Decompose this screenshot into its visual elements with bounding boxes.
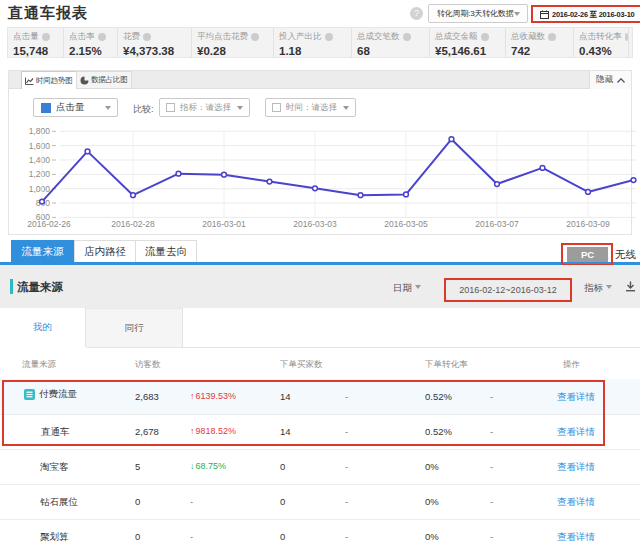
pie-chart-icon: [80, 76, 89, 85]
chart-toolbar: 时间趋势图 数据占比图 隐藏: [9, 71, 631, 89]
section-title: 流量来源: [17, 280, 63, 295]
kpi-label-row: 点击率: [69, 31, 117, 43]
kpi-value: ¥4,373.38: [123, 45, 191, 57]
view-details-link[interactable]: 查看详情: [557, 496, 595, 509]
series-color-swatch: [41, 103, 51, 113]
trend-chart: 1,8001,6001,4001,2001,0008006002016-02-2…: [0, 120, 640, 235]
kpi-label: 花费: [123, 31, 140, 43]
tab-label: 店内路径: [84, 245, 126, 259]
info-icon[interactable]: [143, 33, 151, 41]
kpi-value: ¥0.28: [197, 45, 273, 57]
annotation-box-rows: [2, 380, 605, 446]
kpi-total-favorites: 总收藏数 742: [506, 28, 574, 57]
visitors-value: 0: [135, 531, 140, 542]
chevron-down-icon: [237, 106, 243, 110]
metric-dropdown-value: 点击量: [56, 101, 85, 114]
info-icon[interactable]: [251, 33, 259, 41]
kpi-label-row: 点击量: [13, 31, 63, 43]
kpi-label-row: 点击转化率: [579, 31, 628, 43]
buyers-change: -: [345, 496, 348, 507]
info-icon[interactable]: [42, 33, 50, 41]
conversion-period-dropdown[interactable]: 转化周期:3天转化数据: [428, 4, 528, 23]
kpi-label: 总成交金额: [435, 31, 478, 43]
tab-mine[interactable]: 我的: [0, 308, 86, 347]
info-icon[interactable]: [98, 33, 106, 41]
conversion-change: -: [490, 531, 493, 542]
page: 直通车报表 ? 转化周期:3天转化数据 2016-02-26 至 2016-03…: [0, 0, 640, 548]
chevron-down-icon: [606, 285, 612, 289]
kpi-value: 2.15%: [69, 45, 117, 57]
trend-chart-panel: 时间趋势图 数据占比图 隐藏 点击量 比较: 指标：请选择: [8, 70, 632, 235]
hide-chart-label: 隐藏: [596, 74, 613, 86]
svg-text:2016-03-07: 2016-03-07: [475, 219, 519, 229]
view-details-link[interactable]: 查看详情: [557, 531, 595, 544]
svg-text:1,800: 1,800: [29, 126, 51, 136]
col-header-conversion: 下单转化率: [425, 359, 468, 371]
info-icon[interactable]: [625, 33, 629, 41]
tab-data-ratio-label: 数据占比图: [91, 75, 128, 85]
chevron-up-icon: [617, 78, 625, 83]
kpi-value: ¥5,146.61: [435, 45, 505, 57]
kpi-value: 0.43%: [579, 45, 628, 57]
device-toggle-wireless[interactable]: 无线: [615, 248, 636, 262]
kpi-value: 68: [357, 45, 429, 57]
indicator-filter[interactable]: 指标: [584, 282, 612, 295]
kpi-value: 742: [511, 45, 573, 57]
svg-text:2016-02-28: 2016-02-28: [111, 219, 155, 229]
conversion-change: -: [490, 496, 493, 507]
download-icon[interactable]: [625, 281, 636, 292]
conversion-value: 0%: [425, 496, 439, 507]
metric-dropdown[interactable]: 点击量: [33, 98, 118, 117]
visitors-value: 0: [135, 496, 140, 507]
col-header-source: 流量来源: [22, 359, 56, 371]
col-header-action: 操作: [563, 359, 580, 371]
tab-peers[interactable]: 同行: [86, 308, 183, 347]
kpi-label: 点击量: [13, 31, 39, 43]
kpi-label-row: 总成交金额: [435, 31, 505, 43]
info-icon[interactable]: [325, 33, 333, 41]
visitors-change: ↓68.75%: [190, 461, 226, 471]
kpi-label-row: 总成交笔数: [357, 31, 429, 43]
indicator-dropdown[interactable]: 指标：请选择: [159, 98, 250, 117]
kpi-total-orders: 总成交笔数 68: [352, 28, 430, 57]
page-title: 直通车报表: [8, 4, 88, 23]
tab-traffic-destination[interactable]: 流量去向: [135, 240, 197, 263]
kpi-cost: 花费 ¥4,373.38: [118, 28, 192, 57]
kpi-strip: 点击量 15,748 点击率 2.15% 花费 ¥4,373.38 平均点击花费…: [7, 27, 633, 58]
svg-text:2016-03-05: 2016-03-05: [384, 219, 428, 229]
chevron-down-icon: [514, 12, 520, 16]
report-date-range-annotated[interactable]: 2016-02-26 至 2016-03-10: [531, 5, 640, 23]
kpi-clipped: ¥: [629, 28, 633, 57]
view-details-link[interactable]: 查看详情: [557, 461, 595, 474]
tab-label: 流量去向: [145, 245, 187, 259]
annotation-box-pc: [561, 243, 613, 266]
section-date-range: 2016-02-12~2016-03-12: [459, 285, 556, 295]
visitors-value: 5: [135, 461, 140, 472]
col-header-visitors: 访客数: [135, 359, 161, 371]
section-accent-bar: [10, 279, 13, 294]
indicator-checkbox[interactable]: [166, 103, 175, 112]
time-checkbox[interactable]: [272, 103, 281, 112]
col-header-buyers: 下单买家数: [280, 359, 323, 371]
date-filter[interactable]: 日期: [393, 282, 421, 295]
kpi-avg-click-cost: 平均点击花费 ¥0.28: [192, 28, 274, 57]
tab-instore-path[interactable]: 店内路径: [74, 240, 136, 263]
kpi-label-row: 总收藏数: [511, 31, 573, 43]
buyers-value: 0: [280, 496, 285, 507]
kpi-clicks: 点击量 15,748: [8, 28, 64, 57]
section-date-range-annotated[interactable]: 2016-02-12~2016-03-12: [444, 278, 572, 302]
chart-controls: 点击量 比较: 指标：请选择 时间：请选择: [9, 90, 631, 120]
source-name: 淘宝客: [40, 461, 69, 474]
tab-time-trend[interactable]: 时间趋势图: [21, 71, 77, 89]
help-icon[interactable]: ?: [410, 7, 423, 20]
tab-data-ratio[interactable]: 数据占比图: [76, 71, 132, 89]
info-icon[interactable]: [403, 33, 411, 41]
info-icon[interactable]: [481, 33, 489, 41]
svg-text:1,400: 1,400: [29, 155, 51, 165]
hide-chart-button[interactable]: 隐藏: [589, 71, 631, 89]
time-dropdown[interactable]: 时间：请选择: [265, 98, 356, 117]
indicator-filter-label: 指标: [584, 282, 603, 293]
tab-traffic-source[interactable]: 流量来源: [11, 240, 74, 263]
info-icon[interactable]: [548, 33, 556, 41]
chevron-down-icon: [105, 106, 111, 110]
